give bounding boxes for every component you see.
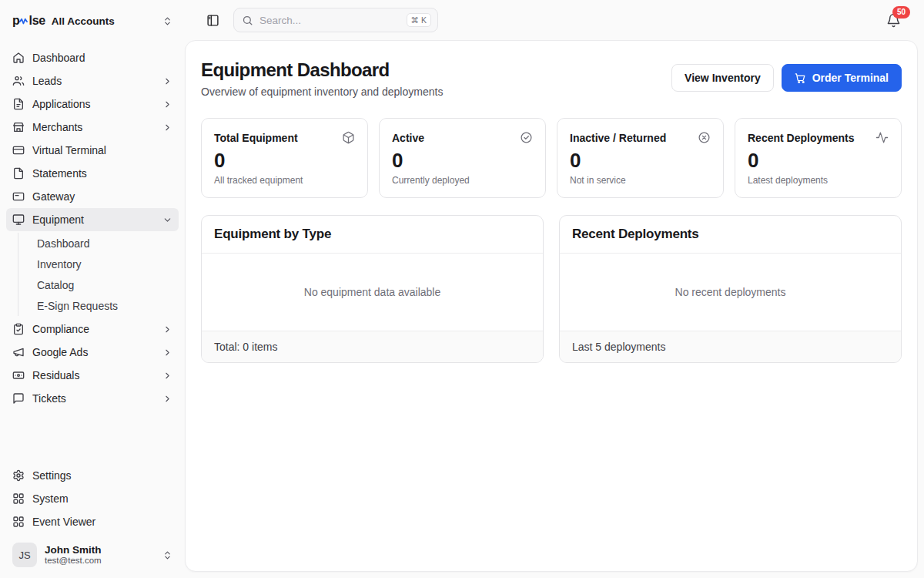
grid-icon	[12, 516, 25, 528]
search-shortcut-badge: ⌘ K	[407, 13, 431, 27]
sidebar-item-tickets[interactable]: Tickets	[6, 387, 179, 410]
shopping-cart-icon	[795, 72, 806, 84]
sidebar-toggle-icon[interactable]	[206, 14, 219, 27]
card-reader-icon	[12, 190, 25, 203]
stat-label: Total Equipment	[214, 132, 298, 144]
sidebar-item-compliance[interactable]: Compliance	[6, 318, 179, 341]
topbar: ⌘ K 50	[185, 0, 924, 40]
sidebar-subitem-esign-requests[interactable]: E-Sign Requests	[31, 295, 179, 316]
sidebar-item-statements[interactable]: Statements	[6, 162, 179, 185]
notifications-button[interactable]: 50	[886, 13, 901, 28]
chevron-right-icon	[162, 394, 172, 404]
sidebar-item-label: Statements	[32, 167, 87, 180]
empty-state-text: No equipment data available	[304, 286, 440, 298]
sidebar-item-label: Applications	[32, 98, 91, 110]
sidebar: p lse All Accounts Dashboard Leads Appli…	[0, 0, 185, 578]
avatar: JS	[12, 543, 37, 567]
sidebar-item-gateway[interactable]: Gateway	[6, 185, 179, 208]
stat-value: 0	[214, 150, 355, 170]
order-terminal-button[interactable]: Order Terminal	[782, 64, 902, 92]
user-email: test@test.com	[45, 556, 102, 566]
sidebar-item-dashboard[interactable]: Dashboard	[6, 46, 179, 69]
panel-title: Equipment by Type	[214, 227, 531, 242]
store-icon	[12, 121, 25, 133]
sidebar-item-label: Settings	[32, 469, 72, 482]
sidebar-item-applications[interactable]: Applications	[6, 92, 179, 116]
sidebar-item-leads[interactable]: Leads	[6, 69, 179, 92]
sidebar-item-label: Event Viewer	[32, 516, 95, 528]
recent-deployments-panel: Recent Deployments No recent deployments…	[559, 215, 902, 363]
chevrons-up-down-icon	[162, 550, 172, 560]
page-title: Equipment Dashboard	[201, 59, 443, 81]
pulse-wave-icon	[18, 15, 29, 26]
stat-sublabel: All tracked equipment	[214, 175, 355, 186]
stat-label: Active	[392, 132, 424, 144]
megaphone-icon	[12, 346, 25, 358]
monitor-icon	[12, 213, 25, 226]
sub-item-label: E-Sign Requests	[37, 300, 118, 312]
sidebar-nav: Dashboard Leads Applications Merchants V…	[6, 46, 179, 464]
banknote-icon	[12, 369, 25, 381]
sub-item-label: Catalog	[37, 279, 74, 291]
search-icon	[242, 15, 253, 26]
account-switcher[interactable]: p lse All Accounts	[6, 6, 179, 37]
stat-value: 0	[570, 150, 711, 170]
panel-footer: Last 5 deployments	[560, 331, 901, 362]
stat-card-recent-deployments: Recent Deployments 0 Latest deployments	[735, 118, 902, 198]
view-inventory-button[interactable]: View Inventory	[671, 64, 774, 92]
stat-card-total-equipment: Total Equipment 0 All tracked equipment	[201, 118, 368, 198]
chevron-right-icon	[162, 371, 172, 381]
equipment-dashboard-page: Equipment Dashboard Overview of equipmen…	[185, 40, 918, 572]
sidebar-item-residuals[interactable]: Residuals	[6, 364, 179, 387]
sidebar-item-virtual-terminal[interactable]: Virtual Terminal	[6, 139, 179, 162]
sidebar-item-label: Compliance	[32, 323, 89, 335]
sidebar-item-label: Merchants	[32, 121, 82, 133]
search-box[interactable]: ⌘ K	[233, 8, 438, 32]
chevron-right-icon	[162, 99, 172, 109]
sidebar-subitem-catalog[interactable]: Catalog	[31, 274, 179, 295]
stats-row: Total Equipment 0 All tracked equipment …	[201, 118, 902, 198]
logo-text-suffix: lse	[28, 14, 45, 28]
clipboard-check-icon	[12, 323, 25, 335]
pulse-logo: p lse	[12, 14, 45, 28]
panel-footer: Total: 0 items	[202, 331, 543, 362]
sidebar-item-equipment[interactable]: Equipment	[6, 208, 179, 231]
gear-icon	[12, 469, 25, 482]
sidebar-item-label: Google Ads	[32, 346, 88, 358]
sidebar-item-settings[interactable]: Settings	[6, 464, 179, 487]
stat-value: 0	[392, 150, 533, 170]
order-terminal-label: Order Terminal	[812, 72, 889, 84]
stat-label: Recent Deployments	[748, 132, 854, 144]
stat-card-active: Active 0 Currently deployed	[379, 118, 546, 198]
house-icon	[12, 52, 25, 64]
users-icon	[12, 75, 25, 87]
chevron-right-icon	[162, 76, 172, 86]
sidebar-item-merchants[interactable]: Merchants	[6, 116, 179, 139]
user-menu[interactable]: JS John Smith test@test.com	[6, 538, 179, 572]
grid-icon	[12, 492, 25, 505]
sidebar-subitem-inventory[interactable]: Inventory	[31, 254, 179, 274]
chevron-right-icon	[162, 348, 172, 358]
main-region: ⌘ K 50 Equipment Dashboard Overview of e…	[185, 0, 924, 578]
activity-icon	[875, 131, 889, 144]
stat-sublabel: Latest deployments	[748, 175, 889, 186]
sidebar-item-label: Gateway	[32, 190, 75, 203]
stat-label: Inactive / Returned	[570, 132, 666, 144]
credit-card-icon	[12, 144, 25, 156]
circle-check-icon	[520, 131, 533, 144]
view-inventory-label: View Inventory	[685, 72, 761, 84]
stat-value: 0	[748, 150, 889, 170]
sub-item-label: Dashboard	[37, 237, 90, 250]
sidebar-item-label: System	[32, 492, 69, 505]
page-header: Equipment Dashboard Overview of equipmen…	[201, 59, 902, 98]
search-input[interactable]	[259, 15, 400, 26]
sub-item-label: Inventory	[37, 258, 82, 271]
sidebar-subitem-dashboard[interactable]: Dashboard	[31, 233, 179, 254]
empty-state-text: No recent deployments	[675, 286, 786, 298]
sidebar-item-system[interactable]: System	[6, 487, 179, 510]
circle-x-icon	[698, 131, 711, 144]
sidebar-item-label: Tickets	[32, 392, 66, 405]
sidebar-item-event-viewer[interactable]: Event Viewer	[6, 510, 179, 533]
chevron-right-icon	[162, 123, 172, 133]
sidebar-item-google-ads[interactable]: Google Ads	[6, 341, 179, 364]
